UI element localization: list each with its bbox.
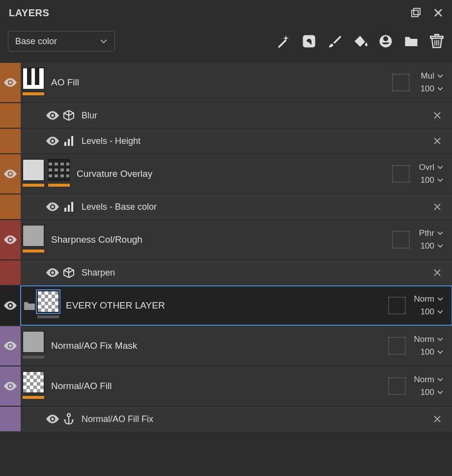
visibility-toggle[interactable]	[0, 381, 21, 391]
color-bar	[0, 326, 21, 365]
layers-list: AO Fill Mul 100 Blur	[0, 63, 452, 431]
chevron-down-icon	[100, 37, 108, 45]
layer-thumbnails	[23, 154, 70, 194]
visibility-toggle[interactable]	[0, 169, 21, 179]
svg-point-17	[51, 271, 54, 274]
thumbnail[interactable]	[37, 291, 59, 312]
sublayer-label[interactable]: Blur	[82, 111, 97, 121]
layer-every-other[interactable]: EVERY OTHER LAYER Norm 100	[0, 286, 452, 325]
thumbnail-mask[interactable]	[48, 159, 70, 181]
remove-icon[interactable]	[432, 112, 452, 119]
thumbnail[interactable]	[23, 68, 44, 89]
smart-material-icon[interactable]	[378, 34, 393, 49]
thumbnail[interactable]	[23, 371, 44, 393]
svg-rect-15	[71, 202, 73, 212]
mask-slot[interactable]	[392, 165, 410, 183]
sublayer-sharpen[interactable]: Sharpen	[0, 260, 452, 285]
svg-point-21	[51, 418, 54, 420]
visibility-toggle[interactable]	[0, 301, 21, 310]
layer-thumbnails	[23, 366, 44, 406]
sublayer-label[interactable]: Levels - Height	[82, 136, 141, 146]
effect-icon[interactable]	[302, 34, 316, 49]
color-bar	[0, 220, 21, 259]
opacity-select[interactable]: 100	[421, 241, 443, 251]
opacity-select[interactable]: 100	[421, 347, 443, 357]
remove-icon[interactable]	[432, 416, 452, 422]
folder-icon	[24, 300, 35, 311]
blend-mode-select[interactable]: Norm	[414, 375, 443, 385]
sublayer-label[interactable]: Normal/AO Fill Fix	[82, 414, 153, 424]
mask-slot[interactable]	[388, 337, 406, 355]
detach-icon[interactable]	[411, 8, 421, 18]
layer-label[interactable]: AO Fill	[51, 77, 79, 88]
visibility-toggle[interactable]	[0, 341, 21, 351]
channel-indicator	[23, 250, 44, 252]
close-icon[interactable]	[433, 8, 443, 18]
thumbnail[interactable]	[23, 225, 44, 247]
sublayer-normal-ao-fill-fix[interactable]: Normal/AO Fill Fix	[0, 407, 452, 431]
mask-slot[interactable]	[388, 377, 406, 395]
layer-label[interactable]: Normal/AO Fix Mask	[51, 340, 137, 351]
layer-ao-fill[interactable]: AO Fill Mul 100	[0, 63, 452, 102]
svg-point-7	[51, 140, 54, 142]
thumbnail[interactable]	[23, 159, 44, 181]
layer-thumbnails	[23, 63, 44, 102]
remove-icon[interactable]	[432, 269, 452, 276]
folder-icon[interactable]	[404, 34, 419, 49]
opacity-select[interactable]: 100	[421, 388, 443, 397]
fill-bucket-icon[interactable]	[353, 34, 367, 49]
blend-mode-select[interactable]: Pthr	[419, 228, 443, 238]
mask-slot[interactable]	[388, 297, 406, 314]
layer-normal-ao-fix-mask[interactable]: Normal/AO Fix Mask Norm 100	[0, 326, 452, 365]
levels-icon	[63, 201, 75, 213]
channel-indicator	[23, 184, 44, 187]
visibility-toggle[interactable]	[42, 268, 63, 278]
remove-icon[interactable]	[432, 203, 452, 210]
substance-icon	[63, 267, 75, 279]
layer-label[interactable]: Normal/AO Fill	[51, 381, 112, 392]
color-bar	[0, 154, 21, 194]
mask-slot[interactable]	[392, 74, 410, 91]
visibility-toggle[interactable]	[0, 78, 21, 87]
color-bar	[0, 366, 21, 406]
toolbar: Base color	[0, 28, 452, 62]
layer-label[interactable]: Curvature Overlay	[77, 168, 152, 179]
channel-selector[interactable]: Base color	[8, 31, 115, 52]
sublayer-label[interactable]: Sharpen	[82, 268, 115, 278]
brush-icon[interactable]	[327, 34, 342, 49]
remove-icon[interactable]	[432, 138, 452, 144]
svg-point-20	[9, 385, 11, 387]
visibility-toggle[interactable]	[42, 202, 63, 212]
visibility-toggle[interactable]	[42, 111, 63, 120]
opacity-select[interactable]: 100	[421, 175, 443, 185]
visibility-toggle[interactable]	[0, 235, 21, 245]
sublayer-levels-height[interactable]: Levels - Height	[0, 129, 452, 153]
sublayer-blur[interactable]: Blur	[0, 103, 452, 128]
svg-rect-8	[64, 142, 66, 146]
blend-mode-select[interactable]: Norm	[414, 335, 443, 344]
svg-rect-10	[71, 136, 73, 146]
layer-label[interactable]: EVERY OTHER LAYER	[66, 300, 165, 311]
layer-curvature-overlay[interactable]: Curvature Overlay Ovrl 100	[0, 154, 452, 194]
visibility-toggle[interactable]	[42, 414, 63, 424]
layer-label[interactable]: Sharpness Col/Rough	[51, 234, 142, 245]
magic-wand-icon[interactable]	[276, 34, 291, 49]
mask-slot[interactable]	[392, 231, 410, 249]
opacity-select[interactable]: 100	[421, 307, 443, 317]
svg-point-16	[9, 238, 11, 241]
layer-thumbnails	[23, 326, 44, 365]
visibility-toggle[interactable]	[42, 136, 63, 146]
svg-rect-0	[412, 10, 418, 17]
blend-mode-select[interactable]: Ovrl	[419, 163, 443, 172]
layer-normal-ao-fill[interactable]: Normal/AO Fill Norm 100	[0, 366, 452, 406]
sublayer-levels-basecolor[interactable]: Levels - Base color	[0, 195, 452, 219]
svg-rect-13	[64, 208, 66, 212]
opacity-select[interactable]: 100	[421, 84, 443, 94]
sublayer-label[interactable]: Levels - Base color	[82, 202, 157, 212]
layer-sharpness[interactable]: Sharpness Col/Rough Pthr 100	[0, 220, 452, 259]
blend-mode-select[interactable]: Norm	[414, 294, 443, 304]
blend-mode-select[interactable]: Mul	[421, 71, 443, 81]
thumbnail[interactable]	[23, 331, 44, 353]
svg-point-6	[51, 114, 54, 116]
trash-icon[interactable]	[429, 34, 444, 49]
